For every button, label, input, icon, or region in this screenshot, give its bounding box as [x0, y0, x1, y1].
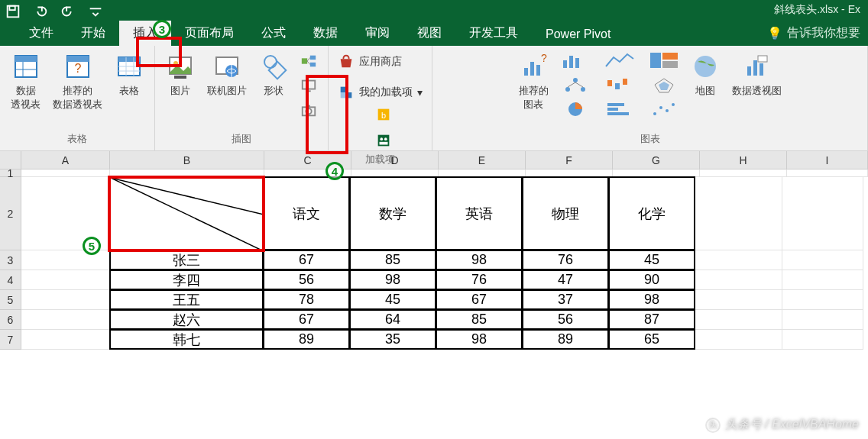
cell[interactable] — [695, 270, 782, 290]
cell[interactable]: 98 — [436, 250, 523, 270]
cell[interactable]: 赵六 — [109, 309, 264, 330]
cell[interactable] — [700, 169, 787, 177]
col-header[interactable]: B — [110, 151, 264, 169]
cell[interactable]: 物理 — [522, 176, 609, 250]
cell[interactable]: 78 — [263, 289, 350, 310]
radar-chart-icon[interactable] — [646, 75, 682, 95]
cell[interactable]: 王五 — [109, 289, 264, 310]
pie-chart-icon[interactable] — [558, 99, 593, 119]
col-header[interactable]: H — [700, 151, 787, 169]
cell[interactable] — [695, 250, 782, 270]
cell[interactable] — [787, 169, 868, 177]
my-addins-button[interactable]: 我的加载项 ▾ — [336, 81, 424, 104]
col-header[interactable]: I — [787, 151, 868, 169]
cell[interactable]: 张三 — [109, 250, 264, 270]
rec-pivot-button[interactable]: ? 推荐的 数据透视表 — [50, 50, 105, 113]
cell[interactable] — [782, 330, 863, 350]
map-button[interactable]: 地图 — [688, 50, 723, 99]
cell[interactable]: 45 — [349, 289, 436, 310]
smartart-icon[interactable] — [297, 50, 320, 72]
col-header[interactable]: G — [613, 151, 700, 169]
tab-view[interactable]: 视图 — [403, 21, 455, 46]
row-header[interactable]: 2 — [0, 177, 21, 250]
scatter-chart-icon[interactable] — [646, 99, 682, 119]
cell[interactable]: 89 — [522, 329, 609, 350]
cell[interactable]: 67 — [263, 250, 350, 270]
col-header[interactable]: A — [21, 151, 110, 169]
waterfall-chart-icon[interactable] — [602, 75, 637, 95]
tab-formula[interactable]: 公式 — [248, 21, 300, 46]
column-chart-icon[interactable] — [558, 50, 593, 70]
line-chart-icon[interactable] — [602, 50, 637, 70]
cell[interactable] — [782, 270, 863, 290]
cell[interactable]: 85 — [349, 250, 436, 270]
cell[interactable] — [782, 177, 863, 250]
cell[interactable] — [782, 310, 863, 330]
cell[interactable]: 45 — [608, 250, 695, 270]
qat-customize-icon[interactable] — [87, 3, 104, 20]
cell[interactable]: 35 — [349, 329, 436, 350]
bing-maps-icon[interactable]: b — [372, 104, 395, 125]
cell[interactable]: 89 — [263, 329, 350, 350]
tab-data[interactable]: 数据 — [300, 21, 351, 46]
cell[interactable]: 37 — [522, 289, 609, 310]
cell[interactable]: 90 — [608, 270, 695, 290]
tab-file[interactable]: 文件 — [15, 21, 67, 46]
tab-home[interactable]: 开始 — [67, 21, 119, 46]
col-header[interactable]: F — [526, 151, 613, 169]
cell[interactable]: 65 — [608, 329, 695, 350]
pivot-table-button[interactable]: 数据 透视表 — [8, 50, 44, 113]
cell[interactable] — [21, 169, 110, 177]
cell[interactable] — [695, 310, 782, 330]
cell[interactable] — [21, 310, 110, 330]
people-graph-icon[interactable] — [372, 130, 395, 151]
redo-icon[interactable] — [60, 3, 76, 20]
tab-review[interactable]: 审阅 — [351, 21, 403, 46]
tell-me[interactable]: 💡 告诉我你想要 — [767, 25, 868, 46]
undo-icon[interactable] — [32, 3, 49, 20]
cell[interactable]: 85 — [436, 309, 523, 330]
cell[interactable]: 语文 — [263, 176, 350, 250]
shapes-button[interactable]: 形状 — [256, 50, 291, 99]
tab-dev[interactable]: 开发工具 — [455, 21, 532, 46]
rec-charts-button[interactable]: ? 推荐的 图表 — [516, 50, 552, 113]
cell[interactable]: 64 — [349, 309, 436, 330]
save-icon[interactable] — [5, 3, 21, 20]
cell[interactable]: 56 — [263, 270, 350, 290]
cell[interactable] — [782, 250, 863, 270]
bar-chart-icon[interactable] — [602, 99, 637, 119]
cell[interactable] — [21, 290, 110, 310]
cell[interactable]: 英语 — [436, 176, 523, 250]
cell[interactable]: 76 — [436, 270, 523, 290]
cell[interactable]: 67 — [436, 289, 523, 310]
cell[interactable]: 韩七 — [109, 329, 264, 350]
row-header[interactable]: 7 — [0, 330, 21, 350]
cell[interactable]: 98 — [436, 329, 523, 350]
row-header[interactable]: 3 — [0, 250, 21, 270]
cell[interactable] — [21, 330, 110, 350]
cell[interactable]: 87 — [608, 309, 695, 330]
row-header[interactable]: 4 — [0, 270, 21, 290]
app-store-button[interactable]: 应用商店 — [336, 50, 403, 73]
cell[interactable]: 47 — [522, 270, 609, 290]
hierarchy-chart-icon[interactable] — [558, 75, 593, 95]
cell[interactable]: 化学 — [608, 176, 695, 250]
cell[interactable]: 数学 — [349, 176, 436, 250]
cell[interactable] — [695, 177, 782, 250]
tab-layout[interactable]: 页面布局 — [171, 21, 248, 46]
col-header[interactable]: D — [351, 151, 439, 169]
cell[interactable]: 98 — [349, 270, 436, 290]
cell[interactable] — [695, 330, 782, 350]
cell[interactable]: 67 — [263, 309, 350, 330]
row-header[interactable]: 1 — [0, 169, 21, 177]
treemap-chart-icon[interactable] — [646, 50, 682, 70]
row-header[interactable]: 6 — [0, 310, 21, 330]
row-header[interactable]: 5 — [0, 290, 21, 310]
cell[interactable]: 76 — [522, 250, 609, 270]
online-picture-button[interactable]: 联机图片 — [204, 50, 250, 99]
col-header[interactable]: E — [439, 151, 526, 169]
tab-powerpivot[interactable]: Power Pivot — [532, 23, 624, 46]
cell[interactable] — [21, 270, 110, 290]
cell[interactable] — [695, 290, 782, 310]
cell[interactable]: 李四 — [109, 270, 264, 290]
